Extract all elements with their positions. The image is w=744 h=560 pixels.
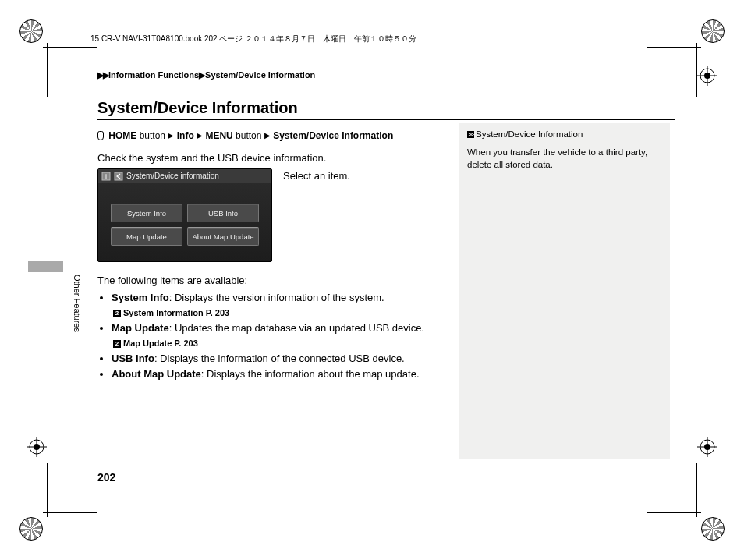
xref-icon: 2 <box>113 340 121 348</box>
xref-page: P. 203 <box>174 338 197 348</box>
nav-menu-bold: MENU <box>205 130 232 141</box>
following-text: The following items are available: <box>97 275 441 286</box>
crop-mark-bottom-right <box>662 478 725 541</box>
svg-rect-14 <box>115 172 122 180</box>
breadcrumb-part-2: System/Device Information <box>205 70 315 80</box>
device-screenshot-title: System/Device information <box>126 172 219 180</box>
breadcrumb-sep: ▶ <box>199 70 205 80</box>
screenshot-row: i System/Device information System Info … <box>97 168 441 262</box>
item-name: System Info <box>112 292 169 303</box>
page-title: System/Device Information <box>97 99 675 120</box>
device-button-map-update: Map Update <box>111 227 182 246</box>
intro-text: Check the system and the USB device info… <box>97 152 441 164</box>
select-icon <box>97 131 104 140</box>
note-body: When you transfer the vehicle to a third… <box>467 146 662 172</box>
breadcrumb-arrows: ▶▶ <box>97 70 108 80</box>
nav-info: Info <box>177 130 194 141</box>
register-cross-icon <box>697 437 717 457</box>
crop-mark-top-left <box>19 19 82 82</box>
cross-reference: 2System Information P. 203 <box>113 307 441 320</box>
note-title-text: System/Device Information <box>476 129 583 139</box>
note-title: ≫System/Device Information <box>467 128 662 141</box>
svg-text:i: i <box>105 173 107 181</box>
xref-title: Map Update <box>123 338 172 348</box>
section-tab <box>28 261 63 272</box>
prepress-meta-line: 15 CR-V NAVI-31T0A8100.book 202 ページ ２０１４… <box>86 30 658 48</box>
info-icon: i <box>101 172 111 181</box>
device-screenshot-header: i System/Device information <box>98 169 271 183</box>
navigation-path: HOME button ▶ Info ▶ MENU button ▶ Syste… <box>97 129 441 141</box>
cross-reference: 2Map Update P. 203 <box>113 338 441 350</box>
device-button-about-map-update: About Map Update <box>187 227 259 246</box>
item-desc: : Displays the information about the map… <box>201 368 420 380</box>
chevron-right-icon: ▶ <box>264 131 271 140</box>
device-button-usb-info: USB Info <box>187 204 259 222</box>
list-item: USB Info: Displays the information of th… <box>112 352 441 367</box>
page-body: ▶▶Information Functions▶System/Device In… <box>97 70 675 459</box>
item-name: Map Update <box>112 322 169 334</box>
item-desc: : Updates the map database via an update… <box>169 322 424 334</box>
xref-icon: 2 <box>113 310 121 317</box>
item-name: USB Info <box>112 353 154 364</box>
nav-home-rest: button <box>136 130 165 141</box>
breadcrumb: ▶▶Information Functions▶System/Device In… <box>97 70 675 80</box>
xref-title: System Information <box>123 308 204 317</box>
nav-dest: System/Device Information <box>273 130 393 141</box>
section-side-label: Other Features <box>73 275 82 332</box>
register-cross-icon <box>697 66 717 86</box>
side-column: ≫System/Device Information When you tran… <box>459 123 670 459</box>
register-cross-icon <box>27 437 47 457</box>
xref-page: P. 203 <box>206 308 229 317</box>
item-desc: : Displays the information of the connec… <box>154 353 405 364</box>
item-list: System Info: Displays the version inform… <box>97 291 441 382</box>
list-item: System Info: Displays the version inform… <box>112 291 441 320</box>
back-icon <box>114 172 123 181</box>
note-icon: ≫ <box>467 131 474 138</box>
crop-mark-bottom-left <box>19 478 82 541</box>
main-column: HOME button ▶ Info ▶ MENU button ▶ Syste… <box>97 123 441 384</box>
item-desc: : Displays the version information of th… <box>169 292 384 303</box>
page-number: 202 <box>97 471 115 484</box>
chevron-right-icon: ▶ <box>197 131 203 140</box>
nav-menu-rest: button <box>233 130 262 141</box>
note-block: ≫System/Device Information When you tran… <box>459 123 670 459</box>
device-screenshot: i System/Device information System Info … <box>97 168 272 262</box>
item-name: About Map Update <box>112 368 201 380</box>
breadcrumb-part-1: Information Functions <box>108 70 199 80</box>
list-item: About Map Update: Displays the informati… <box>112 367 441 382</box>
select-item-text: Select an item. <box>283 168 350 182</box>
chevron-right-icon: ▶ <box>168 131 174 140</box>
device-button-system-info: System Info <box>111 204 182 222</box>
nav-home-bold: HOME <box>108 130 136 141</box>
list-item: Map Update: Updates the map database via… <box>112 321 441 350</box>
